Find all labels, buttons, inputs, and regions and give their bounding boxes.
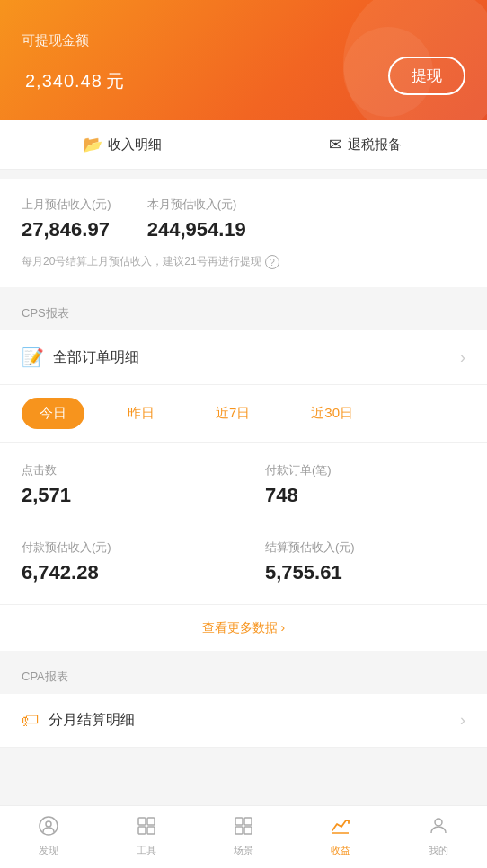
tab-tax-report[interactable]: ✉ 退税报备 xyxy=(244,120,487,169)
mine-icon xyxy=(428,815,449,840)
payment-income-label: 付款预估收入(元) xyxy=(22,539,222,556)
nav-discover[interactable]: 发现 xyxy=(0,806,97,868)
svg-rect-4 xyxy=(138,827,146,834)
tab-income-detail-label: 收入明细 xyxy=(108,136,162,153)
svg-point-11 xyxy=(435,819,442,826)
svg-rect-8 xyxy=(235,827,243,834)
orders-count-label: 付款订单(笔) xyxy=(265,462,465,478)
svg-point-0 xyxy=(40,817,58,835)
note-question-icon[interactable]: ? xyxy=(265,255,279,269)
clicks-value: 2,571 xyxy=(22,484,222,507)
svg-rect-7 xyxy=(244,818,252,825)
monthly-settlement-item[interactable]: 🏷 分月结算明细 › xyxy=(0,694,487,748)
main-tabs: 📂 收入明细 ✉ 退税报备 xyxy=(0,120,487,170)
svg-rect-3 xyxy=(147,818,155,825)
orders-label: 全部订单明细 xyxy=(53,348,460,367)
monthly-arrow-icon: › xyxy=(460,711,465,730)
scenes-label: 场景 xyxy=(234,844,253,857)
cpa-icon: 🏷 xyxy=(22,710,40,731)
cpa-section: CPA报表 🏷 分月结算明细 › xyxy=(0,660,487,748)
date-tab-yesterday[interactable]: 昨日 xyxy=(110,398,173,429)
date-tab-30days[interactable]: 近30日 xyxy=(293,398,371,429)
date-tabs: 今日 昨日 近7日 近30日 xyxy=(0,385,487,443)
cps-section: CPS报表 📝 全部订单明细 › xyxy=(0,296,487,385)
tab-tax-report-label: 退税报备 xyxy=(348,136,402,153)
clicks-label: 点击数 xyxy=(22,462,222,478)
svg-rect-6 xyxy=(235,818,243,825)
withdraw-button[interactable]: 提现 xyxy=(388,57,465,95)
orders-count-value: 748 xyxy=(265,484,465,507)
this-month-value: 244,954.19 xyxy=(147,218,246,241)
header-amount: 2,340.48元 xyxy=(22,57,465,95)
orders-arrow-icon: › xyxy=(460,348,465,367)
settlement-income-label: 结算预估收入(元) xyxy=(265,539,465,556)
income-summary: 上月预估收入(元) 27,846.97 本月预估收入(元) 244,954.19… xyxy=(0,179,487,287)
income-icon xyxy=(330,815,351,840)
date-tab-7days[interactable]: 近7日 xyxy=(198,398,268,429)
payment-income-value: 6,742.28 xyxy=(22,561,222,584)
last-month-label: 上月预估收入(元) xyxy=(22,197,111,213)
last-month-value: 27,846.97 xyxy=(22,218,111,241)
this-month-label: 本月预估收入(元) xyxy=(147,197,246,213)
discover-icon xyxy=(38,815,59,840)
income-row: 上月预估收入(元) 27,846.97 本月预估收入(元) 244,954.19 xyxy=(22,197,465,241)
stat-clicks: 点击数 2,571 xyxy=(0,446,244,523)
orders-icon: 📝 xyxy=(22,346,44,368)
income-note: 每月20号结算上月预估收入，建议21号再进行提现 ? xyxy=(22,254,465,269)
last-month-income: 上月预估收入(元) 27,846.97 xyxy=(22,197,111,241)
nav-income[interactable]: 收益 xyxy=(292,806,389,868)
tools-icon xyxy=(136,815,157,840)
tab-income-detail[interactable]: 📂 收入明细 xyxy=(0,120,244,169)
income-detail-icon: 📂 xyxy=(83,135,102,154)
cpa-section-header: CPA报表 xyxy=(0,660,487,694)
nav-tools[interactable]: 工具 xyxy=(97,806,194,868)
svg-rect-9 xyxy=(244,827,252,834)
header-label: 可提现金额 xyxy=(22,32,465,49)
this-month-income: 本月预估收入(元) 244,954.19 xyxy=(147,197,246,241)
stat-orders: 付款订单(笔) 748 xyxy=(244,446,487,523)
scenes-icon xyxy=(233,815,254,840)
discover-label: 发现 xyxy=(39,844,58,857)
settlement-income-value: 5,755.61 xyxy=(265,561,465,584)
monthly-settlement-label: 分月结算明细 xyxy=(49,711,460,730)
stat-payment-income: 付款预估收入(元) 6,742.28 xyxy=(0,523,244,601)
header-banner: 可提现金额 2,340.48元 提现 xyxy=(0,0,487,120)
stat-settlement-income: 结算预估收入(元) 5,755.61 xyxy=(244,523,487,601)
income-label: 收益 xyxy=(331,844,350,857)
all-orders-item[interactable]: 📝 全部订单明细 › xyxy=(0,330,487,385)
svg-point-1 xyxy=(46,821,51,827)
tax-report-icon: ✉ xyxy=(329,135,342,154)
bottom-navigation: 发现 工具 场景 xyxy=(0,805,487,868)
stats-grid: 点击数 2,571 付款订单(笔) 748 付款预估收入(元) 6,742.28… xyxy=(0,443,487,604)
date-tab-today[interactable]: 今日 xyxy=(22,398,84,429)
tools-label: 工具 xyxy=(137,844,156,857)
more-data-text: 查看更多数据 › xyxy=(202,620,286,635)
svg-rect-2 xyxy=(138,818,146,825)
more-data-link[interactable]: 查看更多数据 › xyxy=(0,604,487,651)
nav-mine[interactable]: 我的 xyxy=(390,806,487,868)
mine-label: 我的 xyxy=(429,844,448,857)
nav-scenes[interactable]: 场景 xyxy=(195,806,292,868)
svg-rect-5 xyxy=(147,827,155,834)
cps-section-header: CPS报表 xyxy=(0,296,487,330)
